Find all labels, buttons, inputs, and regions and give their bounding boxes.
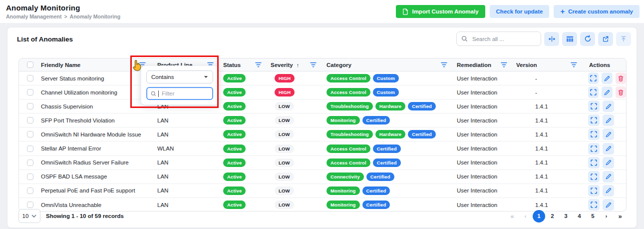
- category-cell: MonitoringCertified: [322, 116, 453, 124]
- search-input[interactable]: [471, 36, 536, 42]
- filter-icon[interactable]: [571, 62, 577, 68]
- row-checkbox[interactable]: [27, 146, 33, 152]
- column-label: Severity: [271, 62, 293, 68]
- remediation-cell: User Interaction: [453, 174, 513, 180]
- sort-ascending-icon[interactable]: ↑: [297, 62, 300, 68]
- category-badge: Troubleshooting: [326, 102, 373, 110]
- delete-row-button[interactable]: [616, 86, 626, 98]
- row-checkbox[interactable]: [27, 202, 33, 208]
- expand-row-button[interactable]: [588, 143, 600, 154]
- edit-row-button[interactable]: [603, 143, 614, 154]
- import-custom-anomaly-button[interactable]: Import Custom Anomaly: [396, 5, 485, 18]
- column-resize-button[interactable]: [544, 32, 559, 46]
- column-label: Friendly Name: [41, 62, 80, 68]
- category-cell: Access ControlCertified: [322, 144, 453, 153]
- pagination-page-4[interactable]: 4: [573, 210, 586, 222]
- expand-row-button[interactable]: [588, 171, 600, 182]
- pagination-page-1[interactable]: 1: [533, 210, 545, 222]
- expand-row-button[interactable]: [588, 114, 600, 126]
- expand-row-button[interactable]: [588, 86, 599, 98]
- pagination-page-2[interactable]: 2: [546, 210, 559, 222]
- product-line-cell: LAN: [152, 174, 220, 180]
- filter-icon[interactable]: [501, 62, 507, 68]
- column-header-select: [19, 58, 41, 71]
- version-cell: 1.4.1: [513, 132, 583, 138]
- refresh-button[interactable]: [580, 32, 595, 46]
- page-size-select[interactable]: 10: [18, 209, 40, 223]
- row-checkbox[interactable]: [27, 160, 33, 166]
- filter-operator-select[interactable]: Contains: [146, 70, 213, 84]
- pagination-prev-button[interactable]: ‹: [519, 210, 532, 222]
- severity-cell: LOW: [268, 158, 322, 167]
- row-select-cell: [19, 202, 41, 208]
- friendly-name-cell: Perpetual PoE and Fast PoE support: [41, 188, 152, 194]
- delete-row-button[interactable]: [616, 72, 626, 84]
- filter-icon[interactable]: [255, 62, 262, 68]
- remediation-cell: User Interaction: [453, 76, 513, 82]
- file-import-icon: [402, 8, 408, 15]
- row-checkbox[interactable]: [27, 174, 33, 180]
- export-button[interactable]: [598, 32, 613, 46]
- severity-badge: LOW: [275, 186, 294, 195]
- expand-icon: [590, 201, 598, 208]
- status-badge: Active: [223, 144, 246, 153]
- status-badge: Active: [223, 158, 246, 167]
- edit-row-button[interactable]: [603, 171, 614, 182]
- pagination-page-3[interactable]: 3: [559, 210, 573, 222]
- title-block: Anomaly Monitoring Anomaly Management > …: [6, 4, 120, 20]
- check-for-update-button[interactable]: Check for update: [490, 5, 550, 18]
- expand-row-button[interactable]: [588, 185, 600, 196]
- breadcrumb: Anomaly Management > Anomaly Monitoring: [6, 14, 120, 20]
- pagination-first-button[interactable]: «: [505, 210, 519, 222]
- version-cell: 1.4.1: [513, 146, 583, 152]
- edit-row-button[interactable]: [603, 128, 614, 140]
- pagination-last-button[interactable]: »: [613, 210, 627, 222]
- edit-row-button[interactable]: [603, 100, 614, 112]
- table-row: Server Status monitoringActiveHIGHAccess…: [19, 72, 626, 86]
- expand-row-button[interactable]: [588, 100, 600, 112]
- category-badge: Certified: [366, 172, 394, 181]
- severity-cell: LOW: [268, 130, 322, 138]
- row-checkbox[interactable]: [27, 131, 33, 138]
- status-badge: Active: [223, 88, 246, 96]
- filter-icon[interactable]: [310, 62, 317, 68]
- expand-row-button[interactable]: [588, 157, 600, 168]
- column-header-friendly_name: Friendly Name: [41, 58, 152, 71]
- expand-row-button[interactable]: [588, 72, 599, 84]
- pagination-page-5[interactable]: 5: [586, 210, 600, 222]
- row-checkbox[interactable]: [27, 188, 33, 194]
- severity-badge: LOW: [275, 130, 294, 138]
- expand-icon: [590, 74, 597, 82]
- version-cell: 1.4.1: [513, 188, 583, 194]
- row-select-cell: [19, 160, 41, 166]
- row-checkbox[interactable]: [27, 117, 33, 124]
- column-header-category: Category: [322, 58, 453, 71]
- filter-input[interactable]: [161, 90, 209, 97]
- table-columns-button[interactable]: [562, 32, 577, 46]
- pagination-next-button[interactable]: ›: [600, 210, 613, 222]
- row-checkbox[interactable]: [27, 103, 33, 110]
- edit-row-button[interactable]: [603, 114, 614, 126]
- version-cell: -: [513, 76, 583, 82]
- filter-icon[interactable]: [441, 62, 447, 68]
- select-all-checkbox[interactable]: [27, 62, 33, 68]
- category-badge: Monitoring: [326, 116, 360, 124]
- row-checkbox[interactable]: [27, 89, 33, 96]
- create-custom-anomaly-button[interactable]: + Create custom anomaly: [554, 5, 640, 18]
- edit-row-button[interactable]: [603, 157, 614, 168]
- category-badge: Monitoring: [326, 200, 360, 209]
- filter-input-wrapper: [146, 87, 213, 100]
- remediation-cell: User Interaction: [453, 160, 513, 166]
- breadcrumb-parent[interactable]: Anomaly Management: [6, 14, 61, 20]
- trash-icon: [618, 75, 624, 82]
- row-checkbox[interactable]: [27, 75, 33, 82]
- severity-cell: HIGH: [268, 74, 322, 82]
- product-line-cell: LAN: [152, 132, 220, 138]
- expand-row-button[interactable]: [588, 128, 600, 140]
- edit-row-button[interactable]: [602, 86, 612, 98]
- category-badge: Certified: [373, 144, 401, 153]
- upload-button[interactable]: [616, 32, 631, 46]
- category-cell: ConnectivityCertified: [322, 172, 453, 181]
- edit-row-button[interactable]: [603, 185, 614, 196]
- edit-row-button[interactable]: [602, 72, 612, 84]
